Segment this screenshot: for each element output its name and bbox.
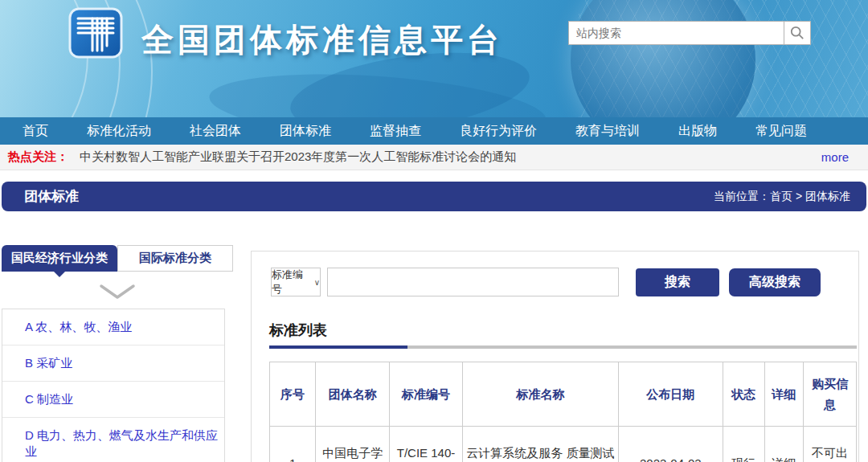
chevron-down-icon: ∨: [314, 278, 320, 287]
cell-date: 2023-04-03: [619, 427, 723, 462]
section-bar: 团体标准 当前位置：首页 > 团体标准: [2, 182, 866, 211]
site-title: 全国团体标准信息平台: [141, 18, 503, 62]
nav-item-supervision-checks[interactable]: 监督抽查: [370, 123, 421, 140]
cell-code: T/CIE 140-2023: [390, 427, 462, 462]
category-item-b[interactable]: B 采矿业: [2, 345, 224, 382]
standards-search-row: 标准编号 ∨ 搜索 高级搜索: [271, 268, 855, 296]
cell-name: 云计算系统及服务 质量测试规范: [462, 427, 619, 462]
category-item-c[interactable]: C 制造业: [2, 382, 224, 418]
tab-international-standard-classification[interactable]: 国际标准分类: [117, 245, 233, 272]
hot-topic-label: 热点关注：: [8, 149, 68, 165]
keyword-input[interactable]: [327, 268, 619, 296]
search-field-select[interactable]: 标准编号 ∨: [271, 268, 321, 296]
col-header-code: 标准编号: [390, 362, 462, 427]
nav-item-group-standards[interactable]: 团体标准: [280, 123, 331, 140]
table-row: 1 中国电子学会 T/CIE 140-2023 云计算系统及服务 质量测试规范 …: [270, 427, 857, 462]
breadcrumb[interactable]: 当前位置：首页 > 团体标准: [714, 190, 850, 204]
nav-item-education-training[interactable]: 教育与培训: [575, 123, 640, 140]
standards-table: 序号 团体名称 标准编号 标准名称 公布日期 状态 详细 购买信息 1 中国电子…: [269, 362, 857, 462]
title-underline-rest: [407, 345, 857, 349]
category-list: A 农、林、牧、渔业 B 采矿业 C 制造业 D 电力、热力、燃气及水生产和供应…: [2, 309, 225, 462]
standards-panel: 标准编号 ∨ 搜索 高级搜索 标准列表 序号 团体名称 标准编号 标准名称 公布…: [251, 251, 859, 462]
active-tab-pointer-icon: [54, 272, 65, 277]
category-tabs: 国民经济行业分类 国际标准分类: [2, 245, 233, 272]
search-icon: [790, 26, 805, 40]
title-underline: [269, 345, 857, 349]
tab-label: 国民经济行业分类: [11, 251, 108, 266]
site-search: [568, 21, 811, 45]
detail-link[interactable]: 详细: [764, 427, 803, 462]
globe-decoration: [571, 0, 755, 117]
cell-org: 中国电子学会: [316, 427, 390, 462]
table-header-row: 序号 团体名称 标准编号 标准名称 公布日期 状态 详细 购买信息: [270, 362, 857, 427]
nav-item-good-behavior-evaluation[interactable]: 良好行为评价: [460, 123, 537, 140]
nav-item-social-organizations[interactable]: 社会团体: [190, 123, 241, 140]
col-header-purchase: 购买信息: [803, 362, 856, 427]
category-sidebar: 国民经济行业分类 国际标准分类 A 农、林、牧、渔业 B 采矿业 C 制造业 D…: [2, 245, 233, 462]
col-header-status: 状态: [723, 362, 764, 427]
nav-item-standardization-activities[interactable]: 标准化活动: [87, 123, 151, 140]
col-header-no: 序号: [270, 362, 316, 427]
advanced-search-button[interactable]: 高级搜索: [729, 268, 821, 296]
col-header-org: 团体名称: [316, 362, 390, 427]
platform-logo-icon[interactable]: [68, 7, 124, 59]
category-item-a[interactable]: A 农、林、牧、渔业: [2, 309, 224, 345]
more-link[interactable]: more: [821, 150, 849, 164]
col-header-date: 公布日期: [619, 362, 723, 427]
nav-item-publications[interactable]: 出版物: [678, 123, 717, 140]
col-header-name: 标准名称: [462, 362, 619, 427]
site-search-input[interactable]: [568, 21, 784, 45]
cell-purchase: 不可出售: [803, 427, 856, 462]
site-header: 全国团体标准信息平台: [0, 0, 868, 117]
search-field-select-value: 标准编号: [272, 268, 311, 296]
hot-topic-bar: 热点关注： 中关村数智人工智能产业联盟关于召开2023年度第一次人工智能标准讨论…: [0, 145, 868, 170]
cell-status: 现行: [723, 427, 764, 462]
site-search-button[interactable]: [784, 21, 811, 45]
standard-list-title: 标准列表: [269, 321, 855, 340]
hot-topic-headline[interactable]: 中关村数智人工智能产业联盟关于召开2023年度第一次人工智能标准讨论会的通知: [80, 149, 821, 165]
page-title: 团体标准: [24, 187, 79, 206]
main-nav: 首页 标准化活动 社会团体 团体标准 监督抽查 良好行为评价 教育与培训 出版物…: [0, 117, 868, 145]
cell-no: 1: [270, 427, 316, 462]
category-item-d[interactable]: D 电力、热力、燃气及水生产和供应业: [2, 418, 224, 462]
search-button[interactable]: 搜索: [636, 268, 719, 296]
col-header-detail: 详细: [764, 362, 803, 427]
tab-label: 国际标准分类: [139, 251, 211, 266]
chevron-down-icon: [2, 272, 233, 309]
title-underline-accent: [269, 345, 407, 349]
tab-national-economy-classification[interactable]: 国民经济行业分类: [2, 245, 117, 272]
nav-item-home[interactable]: 首页: [23, 123, 48, 140]
nav-item-faq[interactable]: 常见问题: [755, 123, 807, 140]
